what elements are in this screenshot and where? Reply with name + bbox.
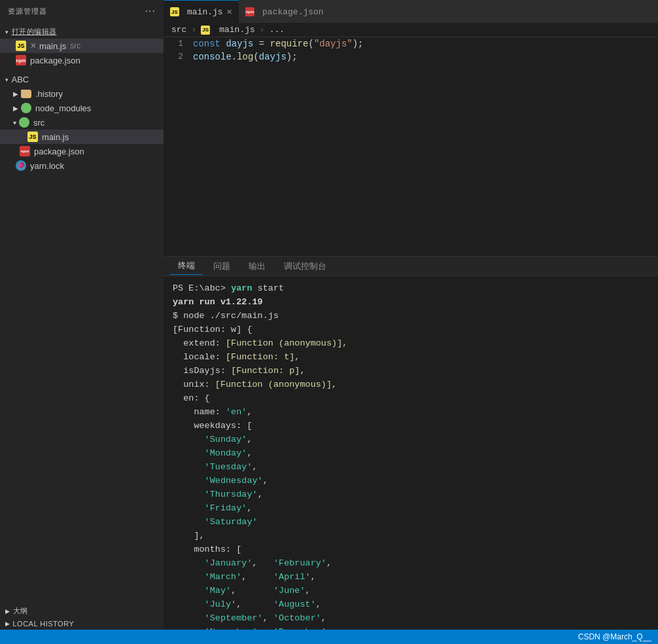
terminal-line-22: 'May', 'June', [173, 584, 649, 598]
sidebar-item-node-modules[interactable]: ▶ node_modules [0, 101, 164, 115]
tab-main-js-label: main.js [187, 7, 223, 17]
terminal-line-0: PS E:\abc> yarn start [173, 281, 649, 295]
open-file-package-json[interactable]: npm package.json [0, 53, 164, 67]
open-file-pkg-label: package.json [30, 56, 80, 65]
tab-package-json-label: package.json [262, 7, 324, 17]
package-json-label: package.json [34, 147, 84, 156]
breadcrumb-file: main.js [219, 25, 255, 35]
src-label: src [33, 118, 44, 128]
project-name: ABC [12, 75, 29, 84]
open-editors-section: ▾ 打开的编辑器 JS ✕ main.js src npm package.js… [0, 22, 164, 70]
sidebar-item-src[interactable]: ▾ src [0, 115, 164, 130]
terminal-line-8: en: { [173, 391, 649, 405]
project-section: ▾ ABC ▶ .history ▶ node_modules ▾ [0, 70, 164, 175]
terminal-line-1: yarn run v1.22.19 [173, 295, 649, 309]
panel-tab-terminal[interactable]: 终端 [170, 257, 203, 275]
line-content-1: const dayjs = require("dayjs"); [193, 37, 364, 50]
sidebar-item-history[interactable]: ▶ .history [0, 86, 164, 101]
src-folder-icon [19, 117, 29, 128]
terminal-line-6: isDayjs: [Function: p], [173, 364, 649, 378]
line-num-2: 2 [164, 50, 193, 63]
sidebar-more-button[interactable]: ··· [145, 5, 156, 17]
local-history-chevron: ▶ [5, 620, 10, 627]
terminal-line-14: 'Wednesday', [173, 474, 649, 488]
terminal-line-3: [Function: w] { [173, 323, 649, 336]
terminal-line-13: 'Tuesday', [173, 460, 649, 474]
history-chevron: ▶ [13, 90, 18, 98]
history-folder-icon [21, 90, 31, 98]
outline-header[interactable]: ▶ 大纲 [0, 604, 164, 618]
node-modules-chevron: ▶ [13, 105, 18, 112]
terminal-line-17: 'Saturday' [173, 515, 649, 529]
terminal-line-11: 'Sunday', [173, 433, 649, 446]
tab-package-json[interactable]: npm package.json [239, 0, 330, 23]
outline-chevron: ▶ [5, 608, 10, 615]
main-js-label: main.js [42, 132, 69, 142]
panel-tab-output[interactable]: 输出 [241, 258, 273, 275]
sidebar-item-package-json[interactable]: npm package.json [0, 144, 164, 158]
sidebar-header: 资源管理器 ··· [0, 0, 164, 22]
open-editors-chevron: ▾ [5, 29, 9, 35]
open-file-main-js[interactable]: JS ✕ main.js src [0, 39, 164, 53]
terminal-line-18: ], [173, 529, 649, 543]
src-chevron: ▾ [13, 119, 16, 126]
terminal-content[interactable]: PS E:\abc> yarn start yarn run v1.22.19 … [164, 276, 658, 630]
sidebar-bottom: ▶ 大纲 ▶ LOCAL HISTORY [0, 599, 164, 630]
terminal-line-15: 'Thursday', [173, 488, 649, 501]
terminal-line-5: locale: [Function: t], [173, 350, 649, 364]
tab-main-js-close[interactable]: ✕ [227, 7, 232, 16]
node-modules-label: node_modules [35, 103, 91, 113]
terminal-line-10: weekdays: [ [173, 419, 649, 433]
breadcrumb-dots: ... [269, 25, 285, 35]
terminal-panel: 终端 问题 输出 调试控制台 PS E:\abc> yarn start yar… [164, 256, 658, 630]
terminal-line-24: 'September', 'October', [173, 611, 649, 625]
breadcrumb-sep2: › [260, 25, 265, 35]
open-file-close-btn[interactable]: ✕ [30, 41, 37, 50]
open-editors-label: 打开的编辑器 [12, 27, 57, 37]
line-num-1: 1 [164, 37, 193, 50]
tabs-bar: JS main.js ✕ npm package.json [164, 0, 658, 23]
terminal-line-21: 'March', 'April', [173, 570, 649, 584]
terminal-line-9: name: 'en', [173, 405, 649, 419]
panel-tab-problems[interactable]: 问题 [205, 258, 238, 275]
code-line-1: 1 const dayjs = require("dayjs"); [164, 37, 658, 50]
open-file-main-label: main.js [39, 41, 66, 51]
breadcrumb: src › JS main.js › ... [164, 23, 658, 37]
code-lines: 1 const dayjs = require("dayjs"); 2 cons… [164, 37, 658, 256]
outline-label: 大纲 [13, 606, 28, 616]
terminal-line-20: 'January', 'February', [173, 556, 649, 570]
terminal-line-7: unix: [Function (anonymous)], [173, 378, 649, 391]
js-icon-open-main: JS [16, 41, 26, 51]
tab-main-js[interactable]: JS main.js ✕ [164, 0, 239, 23]
js-icon-main: JS [27, 132, 38, 142]
tab-pkg-icon: npm [245, 7, 254, 16]
code-editor[interactable]: 1 const dayjs = require("dayjs"); 2 cons… [164, 37, 658, 256]
project-header[interactable]: ▾ ABC [0, 73, 164, 86]
terminal-line-16: 'Friday', [173, 501, 649, 515]
local-history-header[interactable]: ▶ LOCAL HISTORY [0, 618, 164, 630]
terminal-line-25: 'November', 'December' [173, 625, 649, 630]
status-credit: CSDN @March_Q__ [578, 632, 651, 641]
breadcrumb-src: src [171, 25, 186, 35]
sidebar-item-main-js[interactable]: JS main.js [0, 130, 164, 144]
yarn-icon: 🧶 [16, 160, 26, 171]
panel-tabs: 终端 问题 输出 调试控制台 [164, 257, 658, 276]
terminal-line-19: months: [ [173, 543, 649, 556]
sidebar-title: 资源管理器 [8, 7, 47, 16]
breadcrumb-js-icon: JS [201, 26, 210, 35]
sidebar: 资源管理器 ··· ▾ 打开的编辑器 JS ✕ main.js src npm … [0, 0, 164, 630]
pkg-icon-open: npm [16, 55, 26, 65]
editor-area: JS main.js ✕ npm package.json src › JS m… [164, 0, 658, 630]
terminal-line-2: $ node ./src/main.js [173, 309, 649, 323]
pkg-icon-sidebar: npm [20, 146, 30, 156]
code-line-2: 2 console.log(dayjs); [164, 50, 658, 63]
terminal-line-23: 'July', 'August', [173, 598, 649, 611]
tab-js-icon: JS [170, 7, 179, 16]
breadcrumb-sep1: › [191, 25, 196, 35]
open-editors-header[interactable]: ▾ 打开的编辑器 [0, 25, 164, 39]
open-file-main-src: src [70, 41, 80, 50]
project-chevron: ▾ [5, 77, 9, 83]
sidebar-item-yarn-lock[interactable]: 🧶 yarn.lock [0, 158, 164, 173]
terminal-line-4: extend: [Function (anonymous)], [173, 336, 649, 350]
panel-tab-debug[interactable]: 调试控制台 [276, 258, 334, 275]
